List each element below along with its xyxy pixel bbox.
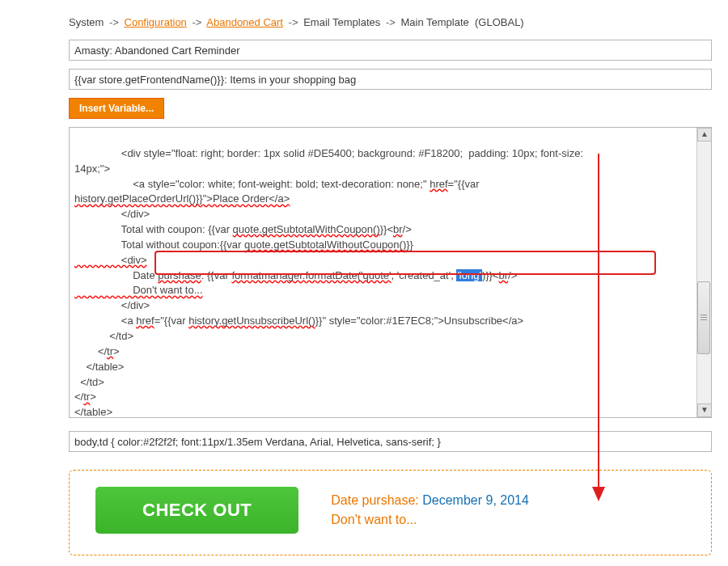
code-line: </td> [74,376,104,388]
code-frag: br [499,269,509,281]
breadcrumb-item-configuration[interactable]: Configuration [125,16,187,28]
code-line: <a style="color: white; font-weight: bol… [74,178,430,190]
breadcrumb-sep: -> [189,16,204,28]
code-frag: ="{{var [154,315,189,327]
code-frag: history.getPlaceOrderUrl()}}">Place Orde… [74,192,290,205]
breadcrumb-sep: -> [383,16,398,28]
breadcrumb-scope: (GLOBAL) [475,16,524,28]
code-frag: }}" style="color:#1E7EC8;">Unsubscribe</… [315,315,523,327]
code-frag: purshase [158,269,201,281]
code-line: </div> [74,208,150,220]
code-frag: ="{{var [448,178,483,190]
code-line: </table> [74,406,112,417]
vertical-scrollbar[interactable]: ▲ ▼ [696,128,711,417]
preview-date-value: December 9, 2014 [422,493,529,507]
preview-panel: CHECK OUT Date purshase: December 9, 201… [69,470,712,555]
code-frag: tr [107,345,113,357]
code-frag: tr [83,391,90,403]
breadcrumb-sep: -> [286,16,301,28]
scroll-down-icon[interactable]: ▼ [697,403,712,417]
checkout-button[interactable]: CHECK OUT [95,487,298,534]
code-line: <div> [74,254,147,266]
code-frag: br [393,223,403,235]
code-line: 14px;"> [74,163,110,175]
code-frag: quote.getSubtotalWithoutCoupon() [244,239,406,251]
breadcrumb-item-main-template: Main Template [400,16,468,28]
code-frag: /> [508,269,517,281]
template-styles-input[interactable] [69,431,712,452]
template-name-input[interactable] [69,40,712,61]
code-line: </td> [74,330,133,342]
code-frag: )}}< [482,269,499,281]
preview-text: Date purshase: December 9, 2014 Don't wa… [331,491,529,530]
breadcrumb-item-abandoned-cart[interactable]: Abandoned Cart [206,16,283,28]
code-frag: : {{var [201,269,232,281]
breadcrumb-sep: -> [107,16,121,28]
code-line: Total with coupon: {{var [74,223,233,235]
scroll-thumb[interactable] [697,281,710,354]
breadcrumb-item-system: System [69,16,104,28]
code-frag: /> [403,223,412,235]
code-line: Date [74,269,158,281]
code-frag: history.getUnsubscribeUrl() [188,315,315,327]
code-highlight: 'long' [456,269,482,281]
code-line: </ [74,391,83,403]
code-line: </div> [74,299,150,311]
code-frag: quote.getSubtotalWithCoupon() [233,223,380,235]
code-frag: > [113,345,120,357]
code-frag: }}< [380,223,393,235]
scroll-up-icon[interactable]: ▲ [697,128,712,142]
preview-line2: Don't want to... [331,513,417,526]
preview-date-label: Date purshase: [331,493,422,507]
template-body-editor[interactable]: <div style="float: right; border: 1px so… [69,127,712,418]
code-line: <a [74,315,136,327]
code-frag: formatmanager.formatDate('quote' [231,269,391,281]
code-frag: href [430,178,447,190]
breadcrumb-item-email-templates: Email Templates [303,16,380,28]
code-frag: , 'created_at', [392,269,457,281]
template-subject-input[interactable] [69,69,712,90]
insert-variable-button[interactable]: Insert Variable... [69,98,164,119]
code-line: </ [74,345,107,357]
code-line: <div style="float: right; border: 1px so… [74,147,586,159]
code-frag: }} [406,239,413,251]
breadcrumb: System -> Configuration -> Abandoned Car… [69,16,712,28]
code-line: Total without coupon:{{var [74,239,244,251]
code-frag: > [90,391,96,403]
code-line: </table> [74,361,124,373]
code-frag: href [136,315,154,327]
code-line: Don't want to... [74,284,203,296]
